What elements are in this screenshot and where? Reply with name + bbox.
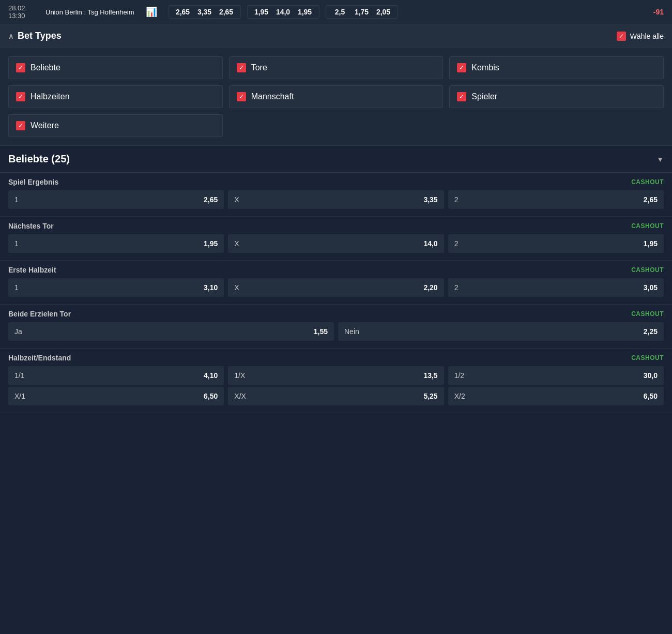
odds-value-4-1-0: 6,50 (204, 392, 218, 400)
bet-type-beliebte[interactable]: ✓ Beliebte (8, 56, 223, 79)
market-section-2: Erste HalbzeitCASHOUT13,10X2,2023,05 (0, 261, 672, 305)
kombis-label: Kombis (471, 63, 499, 72)
odds-cell-4-1-1[interactable]: X/X5,25 (228, 387, 444, 405)
market-section-1: Nächstes TorCASHOUT11,95X14,021,95 (0, 217, 672, 261)
dropdown-arrow-icon: ▼ (656, 155, 664, 163)
mannschaft-label: Mannschaft (251, 92, 294, 101)
odds-group-1: 2,65 3,35 2,65 (169, 5, 241, 19)
bet-type-mannschaft[interactable]: ✓ Mannschaft (229, 85, 444, 108)
odds-cell-4-0-0[interactable]: 1/14,10 (8, 366, 224, 385)
odds-label-4-0-1: 1/X (234, 371, 245, 380)
match-date: 28.02. (8, 4, 39, 12)
odds-cell-0-0-0[interactable]: 12,65 (8, 190, 224, 209)
weitere-label: Weitere (30, 121, 59, 130)
odds-value-0-0-2: 2,65 (644, 195, 658, 204)
market-header-3: Beide Erzielen TorCASHOUT (8, 310, 664, 318)
odds-cell-1-0-2[interactable]: 21,95 (448, 234, 664, 253)
odds-row-3-0: Ja1,55Nein2,25 (8, 322, 664, 341)
odds-group-2: 1,95 14,0 1,95 (247, 5, 319, 19)
kombis-checkbox[interactable]: ✓ (457, 63, 466, 72)
match-header: 28.02. 13:30 Union Berlin : Tsg Hoffenhe… (0, 0, 672, 24)
odds-row-4-1: X/16,50X/X5,25X/26,50 (8, 387, 664, 405)
bet-type-halbzeiten[interactable]: ✓ Halbzeiten (8, 85, 223, 108)
odds-2-2[interactable]: 14,0 (273, 8, 293, 16)
odds-cell-1-0-0[interactable]: 11,95 (8, 234, 224, 253)
odds-value-2-0-2: 3,05 (644, 283, 658, 292)
odds-row-4-0: 1/14,101/X13,51/230,0 (8, 366, 664, 385)
odds-label-0-0-1: X (234, 195, 239, 204)
beliebte-label: Beliebte (30, 63, 60, 72)
odds-cell-2-0-2[interactable]: 23,05 (448, 278, 664, 297)
odds-cell-3-0-1[interactable]: Nein2,25 (338, 322, 664, 341)
odds-cell-2-0-0[interactable]: 13,10 (8, 278, 224, 297)
market-name-1: Nächstes Tor (8, 222, 54, 230)
odds-label-4-1-1: X/X (234, 392, 246, 400)
match-negative: -91 (653, 8, 664, 16)
odds-cell-1-0-1[interactable]: X14,0 (228, 234, 444, 253)
odds-2-3[interactable]: 1,95 (295, 8, 315, 16)
market-header-1: Nächstes TorCASHOUT (8, 222, 664, 230)
weitere-checkbox[interactable]: ✓ (16, 121, 25, 130)
odds-2-1[interactable]: 1,95 (252, 8, 271, 16)
beliebte-title: Beliebte (25) (8, 153, 70, 165)
odds-row-2-0: 13,10X2,2023,05 (8, 278, 664, 297)
odds-cell-2-0-1[interactable]: X2,20 (228, 278, 444, 297)
tore-checkbox[interactable]: ✓ (237, 63, 246, 72)
wahle-alle-checkbox[interactable]: ✓ (617, 32, 626, 41)
odds-label-4-1-0: X/1 (14, 392, 25, 400)
odds-cell-4-1-2[interactable]: X/26,50 (448, 387, 664, 405)
odds-label-1-0-1: X (234, 239, 239, 248)
odds-label-2-0-1: X (234, 283, 239, 292)
match-time: 13:30 (8, 12, 39, 20)
odds-1-3[interactable]: 2,65 (217, 8, 236, 16)
odds-1-2[interactable]: 3,35 (195, 8, 215, 16)
odds-label-4-1-2: X/2 (454, 392, 465, 400)
markets-container: Spiel ErgebnisCASHOUT12,65X3,3522,65Näch… (0, 173, 672, 413)
mannschaft-checkbox[interactable]: ✓ (237, 92, 246, 101)
odds-label-1-0-2: 2 (454, 239, 459, 248)
odds-cell-4-0-2[interactable]: 1/230,0 (448, 366, 664, 385)
beliebte-header[interactable]: Beliebte (25) ▼ (0, 145, 672, 173)
beliebte-checkbox[interactable]: ✓ (16, 63, 25, 72)
odds-label-3-0-0: Ja (14, 327, 22, 336)
odds-value-3-0-0: 1,55 (314, 327, 328, 336)
market-name-3: Beide Erzielen Tor (8, 310, 71, 318)
bet-type-tore[interactable]: ✓ Tore (229, 56, 444, 79)
odds-value-1-0-1: 14,0 (423, 239, 437, 248)
cashout-label-4: CASHOUT (631, 354, 664, 361)
odds-cell-4-1-0[interactable]: X/16,50 (8, 387, 224, 405)
chart-icon[interactable]: 📊 (146, 6, 157, 18)
bet-type-spieler[interactable]: ✓ Spieler (449, 85, 664, 108)
tore-label: Tore (251, 63, 267, 72)
odds-row-0-0: 12,65X3,3522,65 (8, 190, 664, 209)
odds-cell-4-0-1[interactable]: 1/X13,5 (228, 366, 444, 385)
odds-value-0-0-1: 3,35 (423, 195, 437, 204)
odds-label-2-0-0: 1 (14, 283, 19, 292)
bet-type-weitere[interactable]: ✓ Weitere (8, 114, 223, 137)
cashout-label-2: CASHOUT (631, 266, 664, 274)
odds-1-1[interactable]: 2,65 (173, 8, 193, 16)
odds-cell-3-0-0[interactable]: Ja1,55 (8, 322, 334, 341)
odds-value-4-0-1: 13,5 (423, 371, 437, 380)
odds-cell-0-0-1[interactable]: X3,35 (228, 190, 444, 209)
market-header-0: Spiel ErgebnisCASHOUT (8, 178, 664, 186)
wahle-alle-label: Wähle alle (630, 32, 664, 40)
bet-type-kombis[interactable]: ✓ Kombis (449, 56, 664, 79)
odds-value-4-0-2: 30,0 (644, 371, 658, 380)
wahle-alle-group[interactable]: ✓ Wähle alle (617, 32, 664, 41)
odds-3-2[interactable]: 1,75 (352, 8, 372, 16)
odds-value-4-1-2: 6,50 (644, 392, 658, 400)
spieler-checkbox[interactable]: ✓ (457, 92, 466, 101)
bet-types-label: Bet Types (18, 31, 62, 41)
cashout-label-1: CASHOUT (631, 222, 664, 230)
halbzeiten-checkbox[interactable]: ✓ (16, 92, 25, 101)
odds-3-3[interactable]: 2,05 (374, 8, 393, 16)
odds-value-4-0-0: 4,10 (204, 371, 218, 380)
odds-cell-0-0-2[interactable]: 22,65 (448, 190, 664, 209)
market-name-4: Halbzeit/Endstand (8, 354, 71, 362)
odds-3-1[interactable]: 2,5 (330, 8, 350, 16)
market-name-0: Spiel Ergebnis (8, 178, 58, 186)
market-header-4: Halbzeit/EndstandCASHOUT (8, 354, 664, 362)
odds-value-2-0-1: 2,20 (423, 283, 437, 292)
odds-label-1-0-0: 1 (14, 239, 19, 248)
